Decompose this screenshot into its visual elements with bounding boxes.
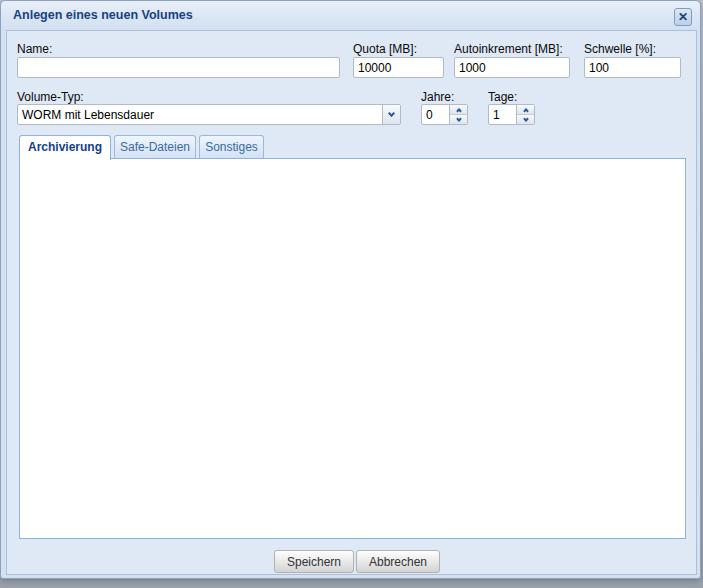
volume-type-value[interactable] [17,104,401,125]
volume-type-select[interactable] [17,104,401,125]
chevron-down-icon[interactable] [382,105,400,124]
tab-content-panel [19,158,686,539]
tab-sonstiges[interactable]: Sonstiges [199,135,264,159]
quota-label: Quota [MB]: [353,42,417,56]
spinner-down-icon[interactable] [450,115,467,124]
years-spinner[interactable] [421,104,468,125]
threshold-input[interactable] [584,57,681,78]
close-icon[interactable]: ✕ [674,8,692,26]
days-label: Tage: [488,90,517,104]
create-volume-dialog: Anlegen eines neuen Volumes ✕ Name: Quot… [0,0,701,579]
tab-safe-dateien[interactable]: Safe-Dateien [114,135,196,159]
years-label: Jahre: [421,90,454,104]
autoincrement-input[interactable] [454,57,570,78]
spinner-down-icon[interactable] [517,115,534,124]
name-input[interactable] [17,57,340,78]
autoincrement-label: Autoinkrement [MB]: [454,42,563,56]
save-button[interactable]: Speichern [274,550,354,573]
tab-archivierung[interactable]: Archivierung [19,135,111,160]
spinner-up-icon[interactable] [450,105,467,115]
dialog-titlebar: Anlegen eines neuen Volumes ✕ [1,1,700,30]
quota-input[interactable] [353,57,444,78]
days-spinner[interactable] [488,104,535,125]
name-label: Name: [17,42,52,56]
cancel-button[interactable]: Abbrechen [356,550,440,573]
spinner-up-icon[interactable] [517,105,534,115]
dialog-title: Anlegen eines neuen Volumes [13,8,193,22]
threshold-label: Schwelle [%]: [584,42,656,56]
volume-type-label: Volume-Typ: [17,90,84,104]
